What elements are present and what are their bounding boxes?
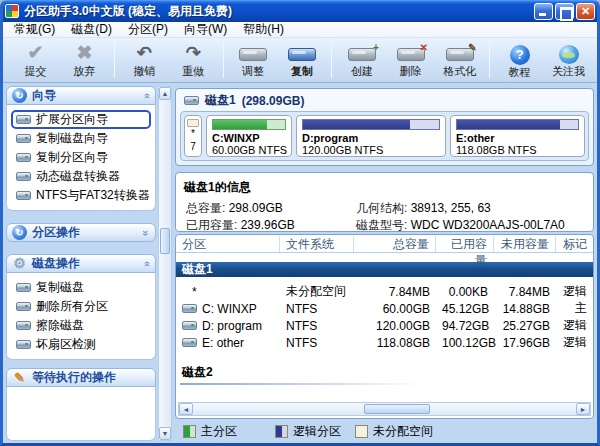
content-area: 向导 扩展分区向导 复制磁盘向导 复制分区向导 动态磁盘转换 (3, 84, 597, 443)
menu-disk[interactable]: 磁盘(D) (64, 21, 119, 38)
table-header: 分区 文件系统 总容量 已用容量 未用容量 标记 (176, 235, 593, 253)
table-row-d[interactable]: D: program NTFS 120.00GB 94.72GB 25.27GB… (176, 317, 593, 334)
disk1-group-header[interactable]: 磁盘1 (176, 262, 593, 277)
legend: 主分区 逻辑分区 未分配空间 (177, 423, 594, 439)
undo-arrow-icon: ↶ (137, 43, 152, 64)
check-icon: ✔ (27, 43, 43, 64)
discard-button[interactable]: ✖ 放弃 (60, 40, 109, 81)
legend-unallocated: 未分配空间 (355, 423, 433, 440)
wizard-icon (12, 88, 27, 103)
disk-delete-icon: ✕ (397, 48, 425, 61)
partition-ops-icon (12, 225, 27, 240)
disk-create-icon: + (348, 48, 376, 61)
sidebar-item-copy-disk-wizard[interactable]: 复制磁盘向导 (11, 129, 151, 148)
main-area: 磁盘1 (298.09GB) * 7 C:WINXP 60.00GB NTFS (175, 86, 594, 441)
col-partition[interactable]: 分区 (176, 236, 280, 252)
sidebar-item-extend-partition-wizard[interactable]: 扩展分区向导 (11, 110, 151, 129)
toolbar-separator (223, 43, 224, 78)
legend-logical: 逻辑分区 (275, 423, 341, 440)
undo-button[interactable]: ↶ 撤销 (120, 40, 169, 81)
disk-name: 磁盘1 (205, 92, 236, 109)
disk-icon (16, 134, 31, 143)
menu-general[interactable]: 常规(G) (7, 21, 62, 38)
disk-ops-panel: 复制磁盘 删除所有分区 擦除磁盘 坏扇区检测 (6, 273, 156, 360)
window-title: 分区助手3.0中文版 (稳定、易用且免费) (24, 3, 534, 20)
geometry-label: 几何结构: (356, 201, 407, 215)
format-button[interactable]: ✎ 格式化 (435, 40, 484, 81)
question-icon: ? (510, 45, 530, 65)
sidebar-item-delete-all-partitions[interactable]: 删除所有分区 (11, 297, 151, 316)
used-capacity-label: 已用容量: (186, 218, 237, 232)
partition-block-e[interactable]: E:other 118.08GB NTFS (450, 115, 585, 157)
disk-icon (16, 115, 31, 124)
disk-info-panel: 磁盘1的信息 总容量: 298.09GB 几何结构: 38913, 255, 6… (175, 172, 594, 232)
table-row-e[interactable]: E: other NTFS 118.08GB 100.12GB 17.96GB … (176, 334, 593, 351)
table-row-unallocated[interactable]: * 未分配空间 7.84MB 0.00KB 7.84MB 逻辑 (176, 283, 593, 300)
commit-button[interactable]: ✔ 提交 (11, 40, 60, 81)
disk-model-value: WDC WD3200AAJS-00L7A0 (411, 218, 565, 232)
sidebar-item-copy-partition-wizard[interactable]: 复制分区向导 (11, 148, 151, 167)
partition-strip: * 7 C:WINXP 60.00GB NTFS D:program 120.0… (180, 111, 589, 161)
col-filesystem[interactable]: 文件系统 (280, 236, 354, 252)
disk-copy-icon (288, 48, 316, 61)
app-window: 分区助手3.0中文版 (稳定、易用且免费) 常规(G) 磁盘(D) 分区(P) … (0, 0, 600, 446)
section-header-pending-operations[interactable]: 等待执行的操作 (6, 368, 156, 387)
disk2-group-header[interactable]: 磁盘2 (176, 364, 593, 381)
menu-wizard[interactable]: 向导(W) (177, 21, 234, 38)
section-header-disk-ops[interactable]: 磁盘操作 (6, 254, 156, 273)
disk-icon (16, 302, 31, 311)
partition-block-c[interactable]: C:WINXP 60.00GB NTFS (206, 115, 292, 157)
gears-icon (12, 256, 27, 271)
sidebar-item-dynamic-disk-converter[interactable]: 动态磁盘转换器 (11, 167, 151, 186)
sidebar-item-copy-disk[interactable]: 复制磁盘 (11, 278, 151, 297)
logical-swatch-icon (275, 425, 288, 438)
redo-button[interactable]: ↷ 重做 (169, 40, 218, 81)
scrollbar-thumb[interactable] (364, 404, 430, 414)
scroll-right-arrow[interactable]: ► (576, 403, 590, 415)
menu-bar: 常规(G) 磁盘(D) 分区(P) 向导(W) 帮助(H) (3, 22, 597, 38)
partition-block-unallocated[interactable]: * 7 (184, 115, 202, 157)
section-header-wizard[interactable]: 向导 (6, 86, 156, 105)
col-free[interactable]: 未用容量 (494, 236, 556, 252)
pencil-gear-icon (12, 370, 27, 385)
col-mark[interactable]: 标记 (556, 236, 593, 252)
col-used[interactable]: 已用容量 (436, 236, 494, 252)
disk-icon (16, 340, 31, 349)
disk2-underline (180, 383, 422, 385)
unallocated-bar (187, 119, 199, 127)
close-button[interactable] (576, 3, 595, 20)
follow-button[interactable]: 关注我 (544, 40, 593, 81)
sidebar-item-bad-sector-check[interactable]: 坏扇区检测 (11, 335, 151, 354)
table-horizontal-scrollbar[interactable]: ◄ ► (178, 402, 591, 416)
disk-drive-icon (239, 48, 267, 61)
partition-table-panel: 分区 文件系统 总容量 已用容量 未用容量 标记 磁盘1 * 未分配空间 7.8… (175, 234, 594, 419)
maximize-button[interactable] (555, 3, 574, 20)
copy-button[interactable]: 复制 (278, 40, 327, 81)
disk-icon (16, 283, 31, 292)
sidebar-item-ntfs-fat32-converter[interactable]: NTFS与FAT32转换器 (11, 186, 151, 205)
menu-help[interactable]: 帮助(H) (236, 21, 291, 38)
chevron-down-icon (143, 228, 149, 238)
disk-format-icon: ✎ (446, 48, 474, 61)
toolbar-separator (114, 43, 115, 78)
disk-icon (16, 172, 31, 181)
partition-block-d[interactable]: D:program 120.00GB NTFS (296, 115, 446, 157)
section-header-partition-ops[interactable]: 分区操作 (6, 223, 156, 242)
sidebar-item-wipe-disk[interactable]: 擦除磁盘 (11, 316, 151, 335)
create-button[interactable]: + 创建 (337, 40, 386, 81)
scroll-down-arrow[interactable]: ▼ (159, 427, 171, 440)
x-icon: ✖ (76, 43, 92, 64)
table-row-c[interactable]: C: WINXP NTFS 60.00GB 45.12GB 14.88GB 主 (176, 300, 593, 317)
resize-button[interactable]: 调整 (229, 40, 278, 81)
minimize-button[interactable] (534, 3, 553, 20)
unallocated-swatch-icon (355, 425, 368, 438)
disk-icon (182, 321, 197, 330)
delete-button[interactable]: ✕ 删除 (386, 40, 435, 81)
scrollbar-thumb[interactable] (160, 228, 170, 254)
scroll-up-arrow[interactable]: ▲ (159, 87, 171, 100)
tutorial-button[interactable]: ? 教程 (495, 40, 544, 81)
scroll-left-arrow[interactable]: ◄ (179, 403, 193, 415)
menu-partition[interactable]: 分区(P) (121, 21, 175, 38)
col-total[interactable]: 总容量 (354, 236, 436, 252)
sidebar-scrollbar[interactable]: ▲ ▼ (158, 86, 172, 441)
